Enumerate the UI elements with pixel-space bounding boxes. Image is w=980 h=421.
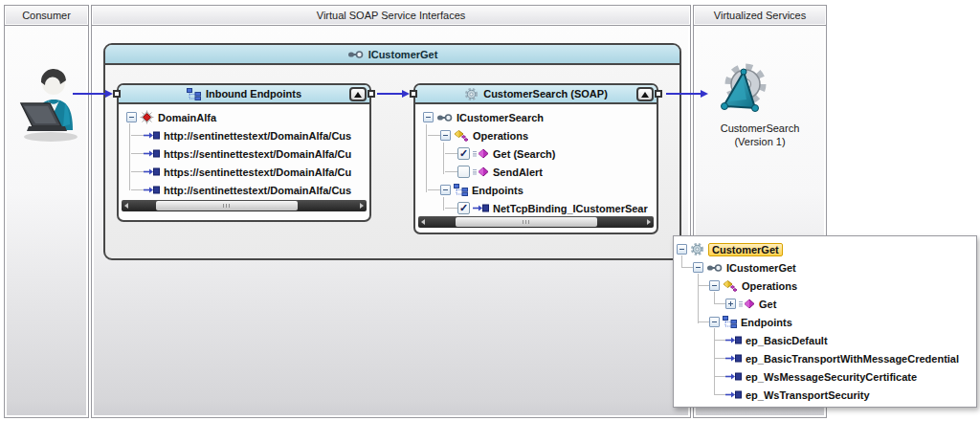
consumer-person-laptop-icon[interactable] [15,57,84,145]
tree-row-operations-group[interactable]: Operations [674,277,976,295]
tree-connector [714,292,715,304]
tree-row-endpoint-url[interactable]: http://sentinettestext/DomainAlfa/Cus [121,126,368,144]
tree-row-domain[interactable]: DomainAlfa [121,108,368,126]
tree-row-interface[interactable]: ICustomerGet [674,258,976,277]
endpoint-url: https://sentinettestext/DomainAlfa/Cu [164,148,351,160]
endpoint-label: ep_BasicTransportWithMessageCredential [746,353,959,365]
interface-icon [706,263,723,273]
endpoints-tree-icon [187,88,201,100]
customersearch-horizontal-scrollbar[interactable] [418,216,654,228]
expand-box[interactable] [725,299,736,309]
endpoints-group-label: Endpoints [741,317,792,328]
tree-row-endpoints-group[interactable]: Endpoints [417,181,655,199]
operations-icon [454,129,469,142]
inbound-right-port[interactable] [368,90,375,98]
tree-connector [714,328,715,395]
operation-checkbox[interactable]: ✓ [457,147,470,160]
tree-row-operation-sendalert[interactable]: SendAlert [417,163,655,181]
customersearch-left-port[interactable] [410,90,417,98]
endpoint-url: https://sentinettestext/DomainAlfa/Cu [164,166,351,178]
operation-icon [739,299,755,309]
service-label: CustomerSearch (Version 1) [693,122,827,148]
customersearch-soap-panel: CustomerSearch (SOAP) ICustomerSearch [413,83,658,234]
inbound-panel-title: Inbound Endpoints [206,88,301,100]
endpoint-icon [725,336,742,344]
collapse-box[interactable] [677,244,687,255]
collapse-box[interactable] [440,185,451,195]
customerget-tree-panel: CustomerGet ICustomerGet Operations [673,235,977,408]
scrollbar-thumb[interactable] [456,217,597,227]
arrow-inbound-to-customersearch [377,93,402,95]
operation-checkbox[interactable] [457,166,470,178]
lane-consumer-header: Consumer [5,6,88,26]
endpoint-label: ep_WsMessageSecurityCertificate [746,371,917,383]
diagram-canvas: Consumer Virtual SOAP Service Interfaces… [0,0,980,421]
tree-row-endpoint-nettcp[interactable]: ✓ NetTcpBinding_ICustomerSear [417,199,655,217]
collapse-box[interactable] [440,130,451,141]
arrowhead [105,90,113,98]
operation-icon [473,166,489,177]
tree-stub [714,358,725,359]
collapse-box[interactable] [709,280,720,291]
tree-row-endpoint-url[interactable]: https://sentinettestext/DomainAlfa/Cu [121,163,368,181]
tree-stub [714,340,725,341]
customersearch-right-port[interactable] [655,90,662,98]
tree-row-operation-get[interactable]: Get [674,295,976,313]
container-title: ICustomerGet [368,49,438,60]
tree-row-endpoint-url[interactable]: https://sentinettestext/DomainAlfa/Cu [121,144,368,163]
tree-stub [698,285,709,286]
domain-label: DomainAlfa [158,112,216,123]
lane-virtual-soap-header: Virtual SOAP Service Interfaces [92,6,690,26]
endpoint-url: http://sentinettestext/DomainAlfa/Cus [164,185,351,196]
endpoint-icon [473,204,489,212]
operations-group-label: Operations [742,280,797,292]
virtualized-service-icon[interactable] [715,61,772,119]
inbound-endpoints-header[interactable]: Inbound Endpoints [119,85,369,104]
root-node-label-selected[interactable]: CustomerGet [708,243,783,256]
interface-icon [436,113,453,122]
tree-stub [428,135,440,136]
endpoints-group-label: Endpoints [472,185,523,196]
operation-label: SendAlert [493,166,543,178]
collapse-box[interactable] [423,112,434,122]
tree-row-endpoint[interactable]: ep_WsTransportSecurity [674,386,976,404]
gear-icon [690,242,704,256]
tree-row-endpoints-group[interactable]: Endpoints [674,313,976,331]
endpoint-icon [725,390,742,399]
endpoint-icon [144,186,160,194]
virtual-interface-container-header[interactable]: ICustomerGet [105,45,679,65]
endpoints-tree-icon [454,184,468,196]
inbound-endpoints-tree: DomainAlfa http://sentinettestext/Domain… [121,108,368,199]
endpoints-tree-icon [723,316,737,328]
inbound-collapse-button[interactable] [349,87,367,101]
service-name: CustomerSearch [693,122,827,135]
tree-stub [714,303,725,304]
collapse-box[interactable] [709,317,720,327]
scrollbar-thumb[interactable] [156,201,298,210]
tree-row-endpoint-url[interactable]: http://sentinettestext/DomainAlfa/Cus [121,181,368,199]
interface-label: ICustomerSearch [457,112,544,123]
tree-row-interface[interactable]: ICustomerSearch [417,108,655,126]
tree-row-operation-get[interactable]: ✓ Get (Search) [417,144,655,163]
tree-stub [131,189,144,190]
tree-row-operations-group[interactable]: Operations [417,126,655,144]
tree-stub [445,171,457,172]
inbound-horizontal-scrollbar[interactable] [122,200,367,211]
customersearch-panel-title: CustomerSearch (SOAP) [483,88,608,100]
tree-row-endpoint[interactable]: ep_BasicTransportWithMessageCredential [674,349,976,367]
tree-stub [428,189,440,190]
collapse-box[interactable] [693,262,703,273]
tree-stub [445,153,457,154]
operation-label: Get [759,299,776,310]
collapse-box[interactable] [126,112,137,122]
tree-row-root-customerget[interactable]: CustomerGet [674,240,976,258]
tree-stub [131,153,144,154]
endpoint-checkbox[interactable]: ✓ [457,202,470,214]
arrow-customersearch-to-service [666,93,701,95]
tree-row-endpoint[interactable]: ep_BasicDefault [674,331,976,349]
customersearch-header[interactable]: CustomerSearch (SOAP) [415,85,657,104]
customersearch-collapse-button[interactable] [636,87,654,101]
endpoint-icon [144,167,160,176]
tree-row-endpoint[interactable]: ep_WsMessageSecurityCertificate [674,367,976,386]
inbound-left-port[interactable] [113,90,121,98]
